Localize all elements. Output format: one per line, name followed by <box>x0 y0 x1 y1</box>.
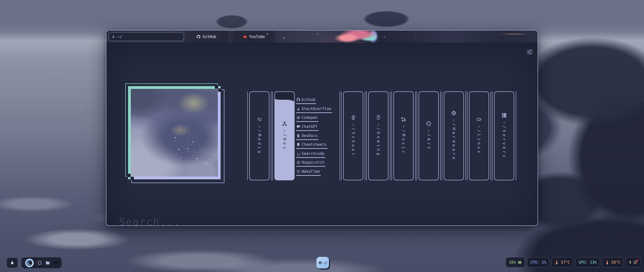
memory-widget: 16% <box>506 257 525 267</box>
spine-servers[interactable]: ~/Servers <box>494 91 514 180</box>
shelf-slot: ~/Gaming <box>366 91 390 180</box>
palette-icon <box>426 121 431 126</box>
shelf-divider <box>341 91 342 180</box>
dev-link-searchcode[interactable]: {} Searchcode <box>296 151 325 158</box>
tab-youtube[interactable]: YouTube <box>233 30 275 43</box>
shelf-divider <box>340 91 340 180</box>
corner-handle <box>215 85 218 89</box>
spine-music[interactable]: ~/Music <box>393 91 414 180</box>
launcher-button[interactable] <box>7 258 18 268</box>
spine-hardware[interactable]: ~/Hardware <box>444 91 464 180</box>
dock-item-games[interactable] <box>54 261 58 265</box>
shelf-divider <box>247 91 248 180</box>
globe-icon <box>318 261 322 264</box>
dock-item-window[interactable] <box>37 261 42 265</box>
braces-icon: {} <box>297 152 300 155</box>
chip-icon <box>451 111 456 116</box>
dev-link-stackoverflow[interactable]: StackOverflow <box>296 107 332 113</box>
corner-handle <box>131 177 134 180</box>
spine-school[interactable]: ~/School <box>343 91 363 180</box>
tab-label: YouTube <box>249 35 265 39</box>
shelf-divider <box>440 91 441 180</box>
gamepad-icon <box>376 115 381 120</box>
ram-icon <box>518 260 522 264</box>
youtube-icon <box>243 35 247 39</box>
stackoverflow-icon <box>297 107 300 111</box>
shelf-divider <box>465 91 466 180</box>
chat-bubble-icon <box>297 125 300 128</box>
dev-link-cheatsheets[interactable]: Cheatsheets <box>296 142 328 149</box>
corner-handle <box>127 174 131 177</box>
dev-link-chatgpt[interactable]: ChatGPT <box>296 124 318 131</box>
shelf-slot: ~/Media <box>247 91 271 180</box>
tab-label: GitHub <box>203 35 216 39</box>
git-branch-icon <box>282 121 287 126</box>
gamepad-icon <box>54 261 58 265</box>
spine-art[interactable]: ~/Art <box>419 91 439 180</box>
shelf-divider <box>272 91 273 180</box>
address-bar[interactable]: ~/ <box>108 32 184 41</box>
shelf-slot: ~/School <box>341 91 365 180</box>
dock-item-files[interactable] <box>46 261 50 265</box>
shelf-slot: ~/Hardware <box>442 91 466 180</box>
dev-link-wakatime[interactable]: WakaTime <box>296 169 321 176</box>
stars-decoration <box>131 89 131 89</box>
page-curl-decoration <box>274 91 295 103</box>
search-input[interactable] <box>118 216 517 226</box>
shelf-slot: ~/Music <box>391 91 416 180</box>
dev-link-github[interactable]: Github <box>296 97 316 104</box>
system-stats: 16% CPU: 5% 57°C GPU: 13% 50°C 4 <box>506 257 640 267</box>
shelf-divider <box>366 91 367 180</box>
github-icon <box>297 98 300 101</box>
tab-github[interactable]: GitHub <box>185 30 228 43</box>
active-app-label: ~/ <box>323 261 327 265</box>
spine-media[interactable]: ~/Media <box>249 91 269 180</box>
dock <box>21 257 62 268</box>
dock-item-firefox[interactable] <box>25 259 34 267</box>
book-icon <box>297 143 300 146</box>
active-app-chip[interactable]: ~/ <box>316 257 329 268</box>
cover-cloud-art <box>131 89 218 177</box>
notifications-widget[interactable]: 4 <box>626 257 640 267</box>
shelf-divider <box>365 91 365 180</box>
bookshelf: ~/Media ~/Dev Github <box>247 91 516 180</box>
shelf-divider <box>271 91 271 180</box>
tux-icon <box>476 117 481 122</box>
shelf-divider <box>390 91 390 180</box>
dev-link-codepen[interactable]: Codepen <box>296 115 318 122</box>
dev-links-panel: Github StackOverflow Codepen ChatGPT <box>295 91 338 180</box>
shelf-divider <box>442 91 442 180</box>
sliders-icon[interactable] <box>527 49 533 55</box>
thermometer-icon <box>555 260 559 264</box>
dev-link-hoppscotch[interactable]: Hoppscotch <box>296 160 325 167</box>
dev-link-devdocs[interactable]: DevDocs <box>296 133 318 140</box>
window-titlebar[interactable]: ~/ GitHub YouTube <box>106 30 538 43</box>
shelf-divider <box>417 91 417 180</box>
shelf-slot: ~/Art <box>417 91 441 180</box>
spine-gaming[interactable]: ~/Gaming <box>368 91 388 180</box>
spine-linux[interactable]: ~/Linux <box>469 91 489 180</box>
browser-window: ~/ GitHub YouTube <box>106 30 538 226</box>
desktop: { "theme": { "accent_lavender": "#b1b7dd… <box>0 0 644 272</box>
music-note-icon <box>401 117 406 122</box>
media-cover-art[interactable] <box>128 86 221 179</box>
codepen-icon <box>297 116 300 119</box>
shelf-slot: ~/Linux <box>467 91 491 180</box>
document-icon <box>297 134 300 138</box>
cpu-widget: CPU: 5% <box>527 257 549 267</box>
copy-icon <box>297 161 300 164</box>
shelf-divider <box>415 91 416 180</box>
folder-icon <box>46 261 50 265</box>
shelf-divider <box>516 91 516 180</box>
thermometer-icon <box>605 260 609 264</box>
shelf-divider <box>467 91 467 180</box>
shelf-divider <box>391 91 392 180</box>
shelf-slot: ~/Servers <box>492 91 516 180</box>
graduation-cap-icon <box>351 115 356 120</box>
startpage-content: ~/Media ~/Dev Github <box>106 43 538 225</box>
bell-icon <box>633 260 637 264</box>
github-icon <box>197 35 200 39</box>
clock-icon <box>297 170 300 173</box>
search-section <box>118 216 517 226</box>
spine-dev[interactable]: ~/Dev <box>274 91 295 180</box>
